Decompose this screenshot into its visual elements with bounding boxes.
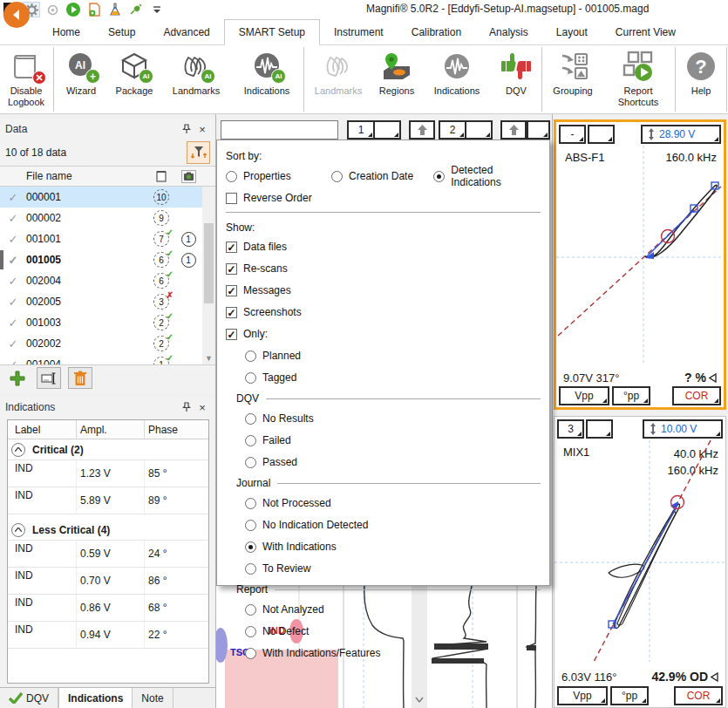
tab-advanced[interactable]: Advanced — [149, 19, 223, 45]
slot-1-button[interactable]: 1 — [347, 120, 375, 140]
toolbar-overflow-icon[interactable] — [148, 2, 166, 17]
report-shortcuts-button[interactable]: Report Shortcuts — [602, 45, 674, 113]
col-label[interactable]: Label — [8, 424, 76, 436]
move-up-button[interactable] — [409, 120, 435, 140]
regions-button[interactable]: Regions — [371, 45, 422, 113]
save-data-icon[interactable] — [85, 2, 103, 17]
add-data-button[interactable] — [5, 367, 30, 389]
slot-blank-button[interactable] — [527, 120, 550, 140]
message-count-column-icon[interactable] — [147, 170, 175, 182]
radio-not-processed[interactable]: Not Processed — [245, 494, 541, 512]
collapse-chevron-icon[interactable] — [11, 523, 25, 537]
lissajous-plot[interactable] — [555, 440, 725, 662]
checkbox-messages[interactable]: Messages — [226, 282, 541, 299]
deg-pp-button[interactable]: °pp — [612, 386, 650, 405]
slot-button[interactable]: - — [559, 125, 586, 144]
checkbox-only[interactable]: Only: — [226, 325, 541, 343]
tab-current-view[interactable]: Current View — [602, 19, 690, 45]
tab-dqv[interactable]: DQV — [0, 688, 58, 708]
rename-button[interactable] — [37, 367, 61, 389]
radio-properties[interactable]: Properties — [226, 170, 331, 182]
group-critical[interactable]: Critical (2) — [8, 439, 208, 460]
back-button[interactable] — [3, 2, 30, 28]
indication-row[interactable]: IND 0.86 V 68 ° — [8, 595, 208, 622]
radio-planned[interactable]: Planned — [245, 347, 541, 364]
dqv-button[interactable]: DQV — [492, 45, 541, 113]
tab-indications[interactable]: Indications — [58, 688, 133, 708]
slot-button[interactable]: 3 — [557, 419, 584, 439]
file-row[interactable]: ✓ 002005 3✗ — [0, 291, 215, 312]
file-row[interactable]: ✓ 001003 2✓ — [0, 312, 215, 333]
vpp-button[interactable]: Vpp — [559, 386, 609, 405]
scale-button[interactable]: 10.00 V — [643, 419, 723, 439]
slot-2-button[interactable]: 2 — [439, 120, 466, 140]
tab-setup[interactable]: Setup — [94, 19, 149, 45]
slot-blank-button[interactable] — [373, 120, 401, 140]
landmarks-ai-button[interactable]: AI Landmarks — [161, 45, 231, 113]
pin-icon[interactable] — [179, 121, 194, 137]
slot-blank-button[interactable] — [588, 125, 615, 144]
indications-button[interactable]: Indications — [422, 45, 492, 113]
file-name-column[interactable]: File name — [26, 170, 147, 182]
file-row[interactable]: ✓ 001004 1✓ — [0, 354, 215, 364]
indication-row[interactable]: IND 5.89 V 89 ° — [8, 487, 208, 514]
scale-button[interactable]: 28.90 V — [641, 125, 721, 144]
file-row[interactable]: ✓ 000001 10 — [0, 187, 215, 208]
delete-button[interactable] — [68, 367, 92, 389]
file-row[interactable]: ✓ 002002 2✓ — [0, 333, 215, 354]
radio-no-results[interactable]: No Results — [245, 410, 541, 427]
screenshot-column-icon[interactable] — [175, 170, 201, 183]
landmarks-button[interactable]: Landmarks — [305, 45, 371, 113]
lissajous-abs-panel[interactable]: - 28.90 V ABS-F1 160.0 kHz 9.07V 317° ? … — [554, 119, 726, 410]
indication-row[interactable]: IND 0.94 V 22 ° — [8, 622, 208, 649]
file-row[interactable]: ✓ 002004 6✓ — [0, 270, 215, 291]
radio-passed[interactable]: Passed — [245, 453, 541, 471]
radio-no-indication-detected[interactable]: No Indication Detected — [245, 516, 541, 534]
tab-instrument[interactable]: Instrument — [320, 19, 398, 45]
tab-note[interactable]: Note — [133, 688, 173, 708]
indication-row[interactable]: IND 1.23 V 85 ° — [8, 460, 208, 487]
radio-with-indications-features[interactable]: With Indications/Features — [245, 644, 541, 662]
file-row[interactable]: ✓ 001001 7✓ 1 — [0, 228, 215, 249]
indications-ai-button[interactable]: AI Indications — [231, 45, 303, 113]
lamp-icon[interactable] — [106, 2, 124, 17]
radio-to-review[interactable]: To Review — [245, 560, 541, 577]
close-icon[interactable]: × — [194, 399, 210, 415]
radio-not-analyzed[interactable]: Not Analyzed — [245, 601, 541, 618]
deg-pp-button[interactable]: °pp — [610, 686, 649, 705]
checkbox-reverse-order[interactable]: Reverse Order — [226, 189, 541, 207]
search-input[interactable] — [221, 120, 338, 140]
connect-plug-icon[interactable] — [127, 2, 145, 17]
indication-row[interactable]: IND 0.70 V 86 ° — [8, 568, 208, 595]
radio-tagged[interactable]: Tagged — [245, 369, 541, 386]
tab-calibration[interactable]: Calibration — [398, 19, 475, 45]
wizard-button[interactable]: AI + Wizard — [55, 45, 107, 113]
col-ampl[interactable]: Ampl. — [76, 420, 144, 439]
filter-sort-button[interactable] — [187, 141, 210, 164]
group-less-critical[interactable]: Less Critical (4) — [8, 520, 208, 541]
file-row[interactable]: ✓ 000002 9 — [0, 208, 215, 228]
file-list-scrollbar[interactable]: ▲ ▼ — [202, 187, 215, 364]
radio-failed[interactable]: Failed — [245, 432, 541, 449]
grouping-button[interactable]: Grouping — [543, 45, 602, 113]
col-phase[interactable]: Phase — [144, 420, 208, 439]
move-up-button[interactable] — [500, 120, 527, 140]
radio-detected-indications[interactable]: Detected Indications — [433, 164, 541, 188]
slot-blank-button[interactable] — [586, 419, 613, 439]
package-button[interactable]: AI Package — [107, 45, 161, 113]
checkbox-data-files[interactable]: Data files — [226, 238, 541, 255]
help-button[interactable]: ? Help — [677, 45, 725, 113]
play-icon[interactable] — [65, 2, 82, 17]
cor-button[interactable]: COR — [674, 686, 723, 705]
pin-icon[interactable] — [179, 399, 194, 415]
file-row-current[interactable]: ✓ 001005 6✓ 1 — [0, 249, 215, 270]
checkbox-screenshots[interactable]: Screenshots — [226, 303, 541, 321]
radio-no-defect[interactable]: No Defect — [245, 623, 541, 640]
slot-blank-button[interactable] — [465, 120, 493, 140]
disable-logbook-button[interactable]: ✕ Disable Logbook — [0, 45, 52, 113]
lissajous-mix-panel[interactable]: 3 10.00 V MIX1 40.0 kHz160.0 kHz 6.03V 1… — [554, 416, 726, 708]
vpp-button[interactable]: Vpp — [557, 686, 608, 705]
tab-home[interactable]: Home — [38, 19, 94, 45]
tab-smart-setup[interactable]: SMART Setup — [224, 19, 320, 45]
radio-creation-date[interactable]: Creation Date — [331, 170, 433, 182]
